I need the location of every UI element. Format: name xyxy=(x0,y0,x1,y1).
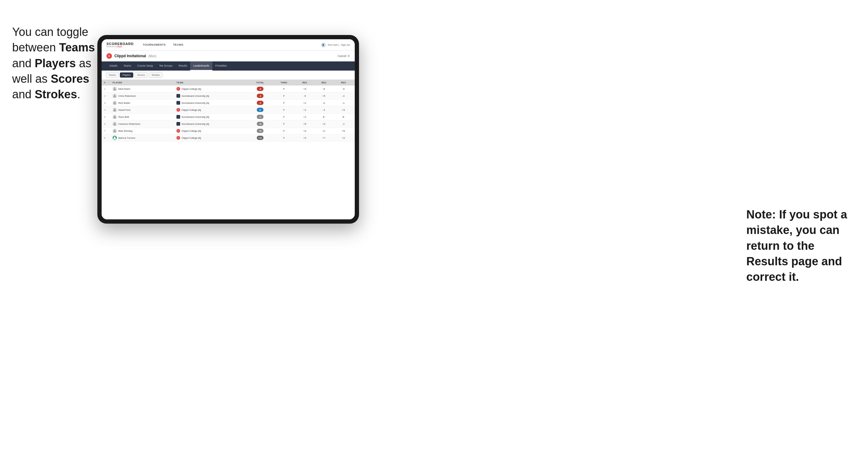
subtab-strokes[interactable]: Strokes xyxy=(149,72,162,77)
tablet-screen: SCOREBOARD Powered by clippd TOURNAMENTS… xyxy=(102,39,355,219)
tab-nav: Details Teams Course Setup Tee Groups Re… xyxy=(102,61,355,70)
thru-cell: F xyxy=(273,114,296,121)
team-logo: C xyxy=(177,136,180,139)
avatar xyxy=(113,122,117,126)
avatar xyxy=(113,115,117,119)
score-badge: E xyxy=(257,108,264,112)
tab-course-setup[interactable]: Course Setup xyxy=(134,61,156,70)
rd2-cell: -2 xyxy=(314,99,334,106)
rd1-cell: +1 xyxy=(296,106,315,114)
rd2-cell: +2 xyxy=(314,121,334,127)
tab-tee-groups[interactable]: Tee Groups xyxy=(156,61,176,70)
thru-cell: F xyxy=(273,121,296,127)
logo-title: SCOREBOARD xyxy=(106,42,133,45)
rank-cell: 1 xyxy=(102,86,110,92)
score-badge: +11 xyxy=(257,136,264,140)
col-player: PLAYER xyxy=(110,80,174,86)
nav-teams[interactable]: TEAMS xyxy=(169,39,187,51)
player-name: Elliot Ebert xyxy=(118,88,130,90)
rd3-cell: +6 xyxy=(334,127,355,134)
rd3-cell: +3 xyxy=(334,106,355,114)
tab-details[interactable]: Details xyxy=(106,61,121,70)
team-cell: CClippd College [A] xyxy=(174,86,248,92)
avatar xyxy=(113,101,117,105)
rank-cell: 3 xyxy=(102,99,110,106)
col-rd2: RD2 xyxy=(314,80,334,86)
team-name: Clippd College [A] xyxy=(182,136,201,139)
team-cell: CClippd College [A] xyxy=(174,106,248,114)
player-cell: Rich Butler xyxy=(110,99,174,106)
table-row: 2 Chris Robertson▪Scoreboard University … xyxy=(102,92,355,99)
score-badge: +1 xyxy=(257,115,264,119)
avatar xyxy=(113,136,117,140)
player-name: Marcus Turners xyxy=(118,136,135,139)
subtab-teams[interactable]: Teams xyxy=(106,72,119,77)
table-row: 6 Cameron Robertson▪Scoreboard Universit… xyxy=(102,121,355,127)
rd3-cell: E xyxy=(334,114,355,121)
col-rd3: RD3 xyxy=(334,80,355,86)
table-row: 4 David FordCClippd College [A]EF+1-4+3 xyxy=(102,106,355,114)
score-badge: -2 xyxy=(257,101,264,105)
thru-cell: F xyxy=(273,106,296,114)
player-cell: Rees Britt xyxy=(110,114,174,121)
thru-cell: F xyxy=(273,127,296,134)
rd1-cell: +1 xyxy=(296,114,315,121)
cancel-button[interactable]: Cancel ✕ xyxy=(338,55,350,58)
nav-tournaments[interactable]: TOURNAMENTS xyxy=(139,39,169,51)
rd3-cell: -5 xyxy=(334,86,355,92)
col-team: TEAM xyxy=(174,80,248,86)
team-cell: CClippd College [A] xyxy=(174,134,248,142)
rd2-cell: +1 xyxy=(314,127,334,134)
team-cell: CClippd College [A] xyxy=(174,127,248,134)
col-thru: THRU xyxy=(273,80,296,86)
player-name: Rich Butler xyxy=(118,102,130,104)
team-name: Scoreboard University [A] xyxy=(182,123,209,125)
leaderboard-table: # PLAYER TEAM TOTAL THRU RD1 RD2 RD3 1 E… xyxy=(102,80,355,219)
rd3-cell: -1 xyxy=(334,99,355,106)
tab-results[interactable]: Results xyxy=(176,61,190,70)
sub-tab-bar: Teams Players Scores Strokes xyxy=(102,70,355,80)
team-name: Clippd College [A] xyxy=(182,108,201,111)
player-name: Chris Robertson xyxy=(118,95,136,97)
table-row: 1 Elliot EbertCClippd College [A]-8F+3-6… xyxy=(102,86,355,92)
logo-sub: Powered by clippd xyxy=(106,45,133,48)
score-badge: -4 xyxy=(257,94,264,98)
tab-teams[interactable]: Teams xyxy=(121,61,134,70)
total-cell: +8 xyxy=(248,127,273,134)
team-cell: ▪Scoreboard University [A] xyxy=(174,92,248,99)
col-total: TOTAL xyxy=(248,80,273,86)
player-name: Cameron Robertson xyxy=(118,123,140,125)
avatar xyxy=(113,108,117,112)
tab-printables[interactable]: Printables xyxy=(212,61,230,70)
tournament-title-row: C Clippd Invitational (Men) xyxy=(106,53,156,59)
table-row: 8 Marcus TurnersCClippd College [A]+11F+… xyxy=(102,134,355,142)
total-cell: -8 xyxy=(248,86,273,92)
rd2-cell: -4 xyxy=(314,106,334,114)
app-header: SCOREBOARD Powered by clippd TOURNAMENTS… xyxy=(102,39,355,51)
thru-cell: F xyxy=(273,86,296,92)
team-name: Clippd College [A] xyxy=(182,130,201,132)
team-logo: C xyxy=(177,108,180,112)
rd3-cell: -4 xyxy=(334,92,355,99)
team-logo: ▪ xyxy=(177,115,180,119)
rd2-cell: +5 xyxy=(314,92,334,99)
header-right: 👤 Test User | Sign out xyxy=(321,42,350,48)
total-cell: -2 xyxy=(248,99,273,106)
thru-cell: F xyxy=(273,134,296,142)
subtab-players[interactable]: Players xyxy=(120,72,133,77)
user-icon: 👤 xyxy=(321,42,326,48)
rank-cell: 6 xyxy=(102,121,110,127)
right-annotation: Note: If you spot a mistake, you can ret… xyxy=(746,207,850,285)
rd2-cell: -6 xyxy=(314,86,334,92)
team-name: Scoreboard University [A] xyxy=(182,95,209,97)
sign-out-link[interactable]: Sign out xyxy=(341,43,350,46)
thru-cell: F xyxy=(273,92,296,99)
subtab-scores[interactable]: Scores xyxy=(134,72,148,77)
tournament-name: Clippd Invitational xyxy=(114,54,146,58)
tab-leaderboards[interactable]: Leaderboards xyxy=(190,61,212,70)
left-annotation: You can toggle between Teams and Players… xyxy=(12,24,97,102)
player-name: Blair McHarg xyxy=(118,130,132,132)
rank-cell: 5 xyxy=(102,114,110,121)
tournament-header: C Clippd Invitational (Men) Cancel ✕ xyxy=(102,51,355,61)
tournament-gender: (Men) xyxy=(149,55,156,58)
